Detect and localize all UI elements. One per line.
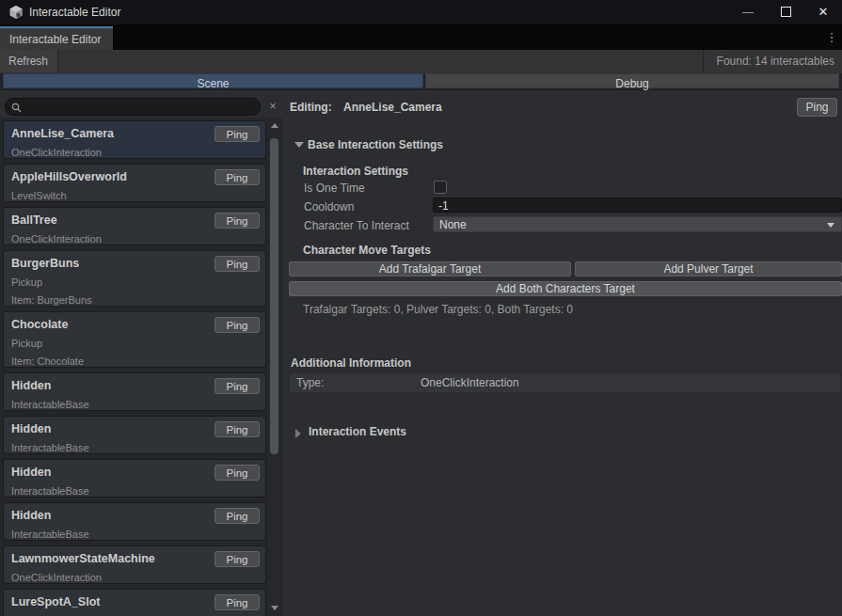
targets-summary: Trafalgar Targets: 0, Pulver Targets: 0,… (303, 303, 573, 316)
item-ping-button[interactable]: Ping (214, 508, 260, 524)
item-payload: Item: Chocolate (11, 355, 258, 367)
add-pulver-target-button[interactable]: Add Pulver Target (575, 261, 842, 276)
maximize-icon (781, 7, 791, 17)
item-ping-button[interactable]: Ping (214, 594, 260, 610)
list-item[interactable]: HiddenInteractableBasePing (3, 372, 266, 411)
item-type: Pickup (11, 276, 258, 288)
toolbar: Refresh Found: 14 interactables (0, 50, 842, 73)
interaction-settings-header: Interaction Settings (303, 165, 408, 178)
main-content: × AnneLise_CameraOneClickInteractionPing… (0, 90, 842, 616)
item-type: OneClickInteraction (11, 233, 258, 245)
character-dropdown-value: None (439, 218, 467, 231)
window-titlebar: Interactable Editor — ✕ (0, 0, 842, 24)
list-item[interactable]: LawnmowerStateMachineOneClickInteraction… (3, 545, 266, 584)
editor-panel: Editing: AnneLise_Camera Ping Base Inter… (282, 90, 842, 616)
window-title: Interactable Editor (29, 6, 120, 19)
tab-scene[interactable]: Scene (3, 73, 423, 88)
list-item[interactable]: BurgerBunsPickupItem: BurgerBunsPing (3, 250, 266, 307)
add-both-characters-target-button[interactable]: Add Both Characters Target (289, 281, 842, 296)
more-menu-icon[interactable]: ⋮ (825, 31, 838, 44)
list-scrollbar[interactable] (268, 118, 280, 616)
item-type: InteractableBase (11, 399, 258, 410)
item-payload: Item: BurgerBuns (11, 294, 258, 306)
editing-label: Editing: (290, 101, 332, 114)
interactable-list: AnneLise_CameraOneClickInteractionPingAp… (3, 118, 266, 616)
item-type: InteractableBase (11, 485, 258, 497)
base-settings-foldout[interactable]: Base Interaction Settings (308, 138, 443, 151)
list-item[interactable]: HiddenInteractableBasePing (3, 502, 266, 541)
list-item[interactable]: ChocolatePickupItem: ChocolatePing (3, 311, 266, 368)
tab-label: Interactable Editor (9, 33, 101, 46)
search-input[interactable] (24, 100, 252, 114)
unity-cube-icon (8, 5, 24, 20)
found-count-label: Found: 14 interactables (703, 50, 842, 72)
is-one-time-checkbox[interactable] (434, 181, 447, 194)
item-type: OneClickInteraction (11, 572, 258, 583)
minimize-button[interactable]: — (729, 0, 767, 24)
interactable-editor-window: Interactable Editor — ✕ Interactable Edi… (0, 0, 842, 616)
item-ping-button[interactable]: Ping (214, 421, 260, 437)
editing-ping-button[interactable]: Ping (797, 98, 837, 117)
character-to-interact-label: Character To Interact (304, 219, 409, 232)
item-ping-button[interactable]: Ping (214, 378, 260, 394)
type-label: Type: (296, 376, 324, 389)
item-ping-button[interactable]: Ping (214, 213, 260, 229)
list-item[interactable]: BallTreeOneClickInteractionPing (3, 207, 266, 245)
type-row: Type: OneClickInteraction (289, 372, 842, 393)
list-item[interactable]: LureSpotA_SlotPing (3, 589, 266, 616)
item-ping-button[interactable]: Ping (214, 126, 260, 142)
cooldown-field[interactable]: -1 (433, 197, 842, 213)
search-box (5, 98, 261, 116)
cooldown-label: Cooldown (304, 200, 354, 213)
item-type: InteractableBase (11, 529, 258, 540)
scroll-up-icon[interactable] (271, 123, 278, 128)
chevron-down-icon (827, 223, 834, 228)
item-ping-button[interactable]: Ping (214, 317, 260, 333)
scroll-down-icon[interactable] (271, 606, 278, 610)
tab-interactable-editor[interactable]: Interactable Editor (0, 26, 113, 50)
type-value: OneClickInteraction (421, 376, 519, 389)
close-button[interactable]: ✕ (804, 0, 842, 24)
item-type: InteractableBase (11, 442, 258, 453)
item-ping-button[interactable]: Ping (214, 551, 260, 567)
add-trafalgar-target-button[interactable]: Add Trafalgar Target (289, 261, 571, 276)
foldout-open-icon[interactable] (294, 142, 304, 148)
is-one-time-label: Is One Time (304, 182, 365, 195)
tab-debug[interactable]: Debug (425, 73, 839, 88)
refresh-button[interactable]: Refresh (0, 50, 58, 72)
character-dropdown[interactable]: None (433, 216, 842, 232)
editor-tab-strip: Interactable Editor ⋮ (0, 24, 842, 50)
foldout-closed-icon[interactable] (295, 429, 301, 438)
item-ping-button[interactable]: Ping (214, 256, 260, 272)
search-icon (11, 103, 22, 113)
search-row: × (0, 90, 282, 118)
item-ping-button[interactable]: Ping (214, 169, 260, 185)
item-ping-button[interactable]: Ping (214, 465, 260, 481)
additional-information-header: Additional Information (291, 356, 411, 370)
list-item[interactable]: AnneLise_CameraOneClickInteractionPing (3, 120, 266, 159)
scrollbar-thumb[interactable] (270, 138, 278, 454)
item-type: OneClickInteraction (11, 147, 258, 158)
list-item[interactable]: HiddenInteractableBasePing (3, 459, 266, 498)
maximize-button[interactable] (767, 0, 804, 24)
move-targets-header: Character Move Targets (303, 244, 431, 257)
interaction-events-foldout[interactable]: Interaction Events (309, 425, 406, 438)
list-item[interactable]: AppleHillsOverworldLevelSwitchPing (3, 164, 266, 202)
list-item[interactable]: HiddenInteractableBasePing (3, 416, 266, 454)
item-type: Pickup (11, 338, 258, 349)
search-clear-button[interactable]: × (265, 98, 280, 116)
interactable-list-panel: × AnneLise_CameraOneClickInteractionPing… (0, 90, 282, 616)
view-tabs: Scene Debug (0, 73, 842, 90)
item-type: LevelSwitch (11, 190, 258, 201)
editing-target-name: AnneLise_Camera (343, 101, 442, 114)
